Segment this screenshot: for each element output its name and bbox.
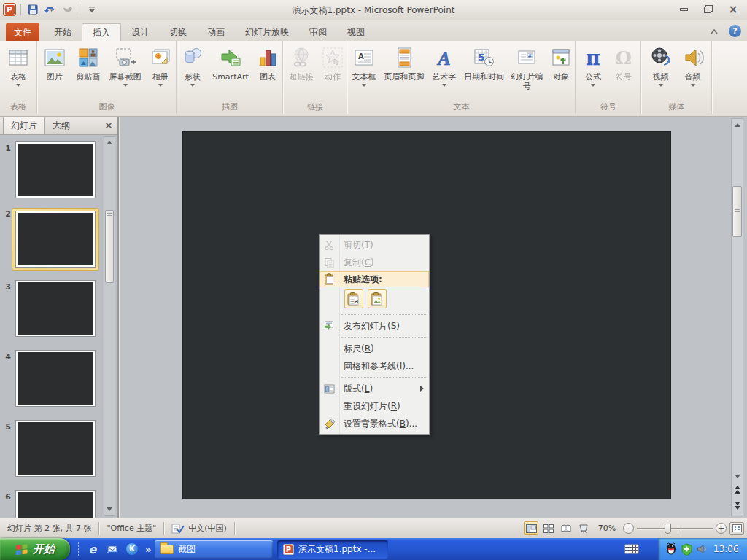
tab-slides-pane[interactable]: 幻灯片 bbox=[3, 117, 45, 134]
menu-item-copy[interactable]: 复制(C) bbox=[320, 254, 429, 271]
slide-1-preview[interactable] bbox=[16, 142, 95, 198]
minimize-button[interactable] bbox=[674, 3, 693, 15]
task-button-powerpoint[interactable]: P 演示文稿1.pptx -... bbox=[277, 540, 388, 559]
picture-button[interactable]: 图片 bbox=[39, 43, 70, 101]
fit-to-window-button[interactable] bbox=[729, 522, 744, 535]
start-button[interactable]: 开始 bbox=[0, 538, 70, 560]
menu-item-ruler[interactable]: 标尺(R) bbox=[320, 340, 429, 357]
smartart-button[interactable]: SmartArt bbox=[209, 43, 252, 101]
close-pane-icon[interactable]: × bbox=[103, 120, 115, 131]
tab-file[interactable]: 文件 bbox=[6, 23, 39, 41]
zoom-slider-thumb[interactable] bbox=[665, 524, 671, 534]
slide-thumbnail-1[interactable]: 1 bbox=[0, 142, 102, 198]
messenger-icon[interactable]: K bbox=[125, 542, 139, 556]
previous-slide-button[interactable] bbox=[732, 483, 743, 495]
theme-name[interactable]: "Office 主题" bbox=[99, 523, 163, 534]
clipart-button[interactable]: 剪贴画 bbox=[71, 43, 105, 101]
tab-slideshow[interactable]: 幻灯片放映 bbox=[235, 23, 299, 41]
tab-transitions[interactable]: 切换 bbox=[159, 23, 197, 41]
slide-thumbnail-2[interactable]: 2 bbox=[0, 208, 102, 271]
ribbon-group-links: 超链接 动作 链接 bbox=[284, 41, 347, 114]
zoom-slider[interactable] bbox=[637, 523, 713, 534]
slide-3-preview[interactable] bbox=[16, 281, 95, 336]
task-button-screenshots[interactable]: 截图 bbox=[155, 540, 273, 559]
collapse-ribbon-icon[interactable] bbox=[710, 28, 719, 34]
volume-tray-icon[interactable] bbox=[697, 544, 708, 554]
menu-item-format-background[interactable]: 设置背景格式(B)... bbox=[320, 415, 429, 432]
scrollbar-thumb[interactable] bbox=[732, 186, 742, 237]
scroll-down-icon[interactable] bbox=[104, 504, 115, 515]
slide-thumbnail-5[interactable]: 5 bbox=[0, 421, 102, 476]
table-button[interactable]: 表格 bbox=[6, 43, 31, 101]
panel-scrollbar[interactable] bbox=[104, 136, 115, 516]
slides-panel: 幻灯片 大纲 × 1 2 3 4 5 6 bbox=[0, 117, 119, 518]
paste-as-picture-button[interactable] bbox=[368, 289, 387, 308]
tab-design[interactable]: 设计 bbox=[121, 23, 159, 41]
symbol-button[interactable]: Ω 符号 bbox=[609, 43, 638, 101]
zoom-in-button[interactable]: + bbox=[716, 523, 727, 534]
audio-button[interactable]: 音频 bbox=[678, 43, 708, 101]
menu-item-layout[interactable]: 版式(L) bbox=[320, 380, 429, 397]
wordart-button[interactable]: A 艺术字 bbox=[428, 43, 460, 101]
video-button[interactable]: 视频 bbox=[646, 43, 676, 101]
tab-home[interactable]: 开始 bbox=[44, 23, 82, 41]
scroll-down-icon[interactable] bbox=[732, 470, 743, 482]
reading-view-button[interactable] bbox=[559, 521, 573, 535]
chart-button[interactable]: 图表 bbox=[253, 43, 282, 101]
restore-icon bbox=[704, 5, 713, 13]
shapes-button[interactable]: 形状 bbox=[177, 43, 208, 101]
normal-view-icon bbox=[526, 524, 537, 533]
date-time-button[interactable]: 5 日期和时间 bbox=[462, 43, 507, 101]
photo-album-button[interactable]: 相册 bbox=[146, 43, 175, 101]
main-scrollbar[interactable] bbox=[731, 118, 743, 516]
slide-thumbnail-3[interactable]: 3 bbox=[0, 281, 102, 336]
zoom-level[interactable]: 70% bbox=[594, 524, 620, 533]
grip-handle[interactable] bbox=[77, 542, 80, 556]
slide-5-preview[interactable] bbox=[16, 421, 95, 476]
zoom-out-button[interactable]: − bbox=[623, 523, 634, 534]
quick-launch-more[interactable]: » bbox=[145, 544, 151, 555]
close-button[interactable]: × bbox=[724, 3, 743, 15]
tab-review[interactable]: 审阅 bbox=[299, 23, 337, 41]
slide-thumbnail-4[interactable]: 4 bbox=[0, 351, 102, 406]
tab-insert[interactable]: 插入 bbox=[82, 23, 121, 41]
slide-6-preview[interactable] bbox=[16, 491, 95, 518]
slideshow-view-button[interactable] bbox=[576, 521, 591, 535]
scrollbar-thumb[interactable] bbox=[105, 210, 114, 283]
action-button[interactable]: 动作 bbox=[320, 43, 346, 101]
next-slide-button[interactable] bbox=[732, 499, 743, 511]
menu-item-grid-guides[interactable]: 网格和参考线(I)... bbox=[320, 357, 429, 375]
help-icon[interactable]: ? bbox=[729, 25, 741, 37]
paste-keep-text-button[interactable]: a bbox=[344, 289, 363, 308]
screenshot-button[interactable]: 屏幕截图 bbox=[107, 43, 144, 101]
menu-item-publish-slides[interactable]: 发布幻灯片(S) bbox=[320, 317, 429, 335]
object-button[interactable]: 对象 bbox=[547, 43, 575, 101]
header-footer-button[interactable]: 页眉和页脚 bbox=[382, 43, 427, 101]
tab-animations[interactable]: 动画 bbox=[197, 23, 235, 41]
qq-tray-icon[interactable] bbox=[665, 542, 677, 556]
scroll-up-icon[interactable] bbox=[732, 119, 743, 131]
security-shield-tray-icon[interactable] bbox=[681, 543, 692, 556]
tab-outline-pane[interactable]: 大纲 bbox=[45, 117, 77, 134]
slide-2-preview[interactable] bbox=[16, 211, 95, 267]
input-method-keyboard-icon[interactable] bbox=[624, 544, 639, 554]
textbox-button[interactable]: A 文本框 bbox=[348, 43, 380, 101]
menu-item-reset-slide[interactable]: 重设幻灯片(R) bbox=[320, 397, 429, 415]
wordart-icon: A bbox=[433, 46, 456, 69]
tab-view[interactable]: 视图 bbox=[337, 23, 375, 41]
slide-4-preview[interactable] bbox=[16, 351, 95, 406]
slide-thumbnail-6[interactable]: 6 bbox=[0, 491, 102, 518]
slide-number-button[interactable]: # 幻灯片编号 bbox=[508, 43, 546, 101]
slide-sorter-view-button[interactable] bbox=[541, 521, 556, 535]
hyperlink-button[interactable]: 超链接 bbox=[285, 43, 318, 101]
date-time-icon: 5 bbox=[472, 46, 495, 69]
outlook-express-icon[interactable] bbox=[106, 542, 119, 556]
language-indicator[interactable]: 中文(中国) bbox=[164, 523, 234, 534]
internet-explorer-icon[interactable]: e bbox=[86, 542, 99, 556]
restore-button[interactable] bbox=[699, 3, 718, 15]
normal-view-button[interactable] bbox=[524, 521, 538, 535]
group-label: 图像 bbox=[38, 101, 176, 112]
scroll-up-icon[interactable] bbox=[104, 137, 115, 148]
menu-item-cut[interactable]: 剪切(T) bbox=[320, 236, 429, 254]
equation-button[interactable]: π 公式 bbox=[578, 43, 608, 101]
